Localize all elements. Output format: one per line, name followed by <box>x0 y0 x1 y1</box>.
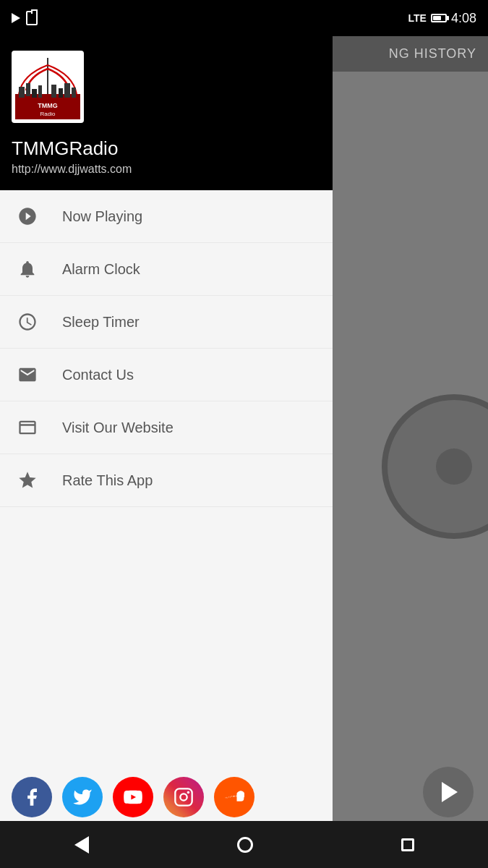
browser-icon <box>14 414 40 441</box>
svg-text:TMMG: TMMG <box>38 102 58 109</box>
disc-circle <box>382 394 489 539</box>
now-playing-label: Now Playing <box>62 208 142 225</box>
logo-svg: TMMG Radio <box>15 54 80 119</box>
facebook-button[interactable] <box>12 777 52 817</box>
right-content <box>333 72 488 832</box>
svg-point-16 <box>187 791 190 794</box>
play-button[interactable] <box>423 767 474 817</box>
back-button[interactable] <box>74 836 89 854</box>
rate-app-label: Rate This App <box>62 472 153 489</box>
home-button[interactable] <box>237 837 253 853</box>
svg-rect-10 <box>72 88 76 98</box>
menu-item-rate-app[interactable]: Rate This App <box>0 454 333 507</box>
menu-item-now-playing[interactable]: Now Playing <box>0 190 333 243</box>
twitter-button[interactable] <box>62 777 103 817</box>
status-right: LTE 4:08 <box>408 11 476 26</box>
bottom-nav <box>0 821 488 868</box>
drawer-header-top: TMMG Radio <box>12 51 321 123</box>
envelope-icon <box>14 362 40 388</box>
svg-rect-14 <box>175 788 192 805</box>
svg-rect-5 <box>32 89 37 98</box>
sd-card-icon <box>26 11 38 25</box>
soundcloud-button[interactable] <box>214 777 254 817</box>
battery-fill <box>433 16 441 20</box>
clock-icon <box>14 309 40 335</box>
right-panel-top: NG HISTORY <box>333 36 488 72</box>
play-circle-icon <box>14 203 40 229</box>
svg-rect-7 <box>51 85 56 98</box>
time-display: 4:08 <box>451 11 476 26</box>
svg-rect-4 <box>26 83 30 96</box>
battery-icon <box>431 14 447 22</box>
lte-label: LTE <box>408 12 427 24</box>
media-play-status-icon <box>12 13 20 23</box>
contact-us-label: Contact Us <box>62 367 134 383</box>
menu-item-alarm-clock[interactable]: Alarm Clock <box>0 243 333 296</box>
app-name: TMMGRadio <box>12 137 321 160</box>
ng-history-label: NG HISTORY <box>389 46 476 61</box>
play-triangle-icon <box>442 782 458 802</box>
svg-rect-3 <box>19 87 25 98</box>
menu-item-contact-us[interactable]: Contact Us <box>0 349 333 401</box>
drawer-header: TMMG Radio TMMGRadio http://www.djjwatts… <box>0 36 333 190</box>
youtube-button[interactable] <box>113 777 153 817</box>
menu-list: Now Playing Alarm Clock Sleep Time <box>0 190 333 762</box>
menu-item-visit-website[interactable]: Visit Our Website <box>0 401 333 454</box>
facebook-icon <box>22 787 42 807</box>
svg-rect-9 <box>64 83 70 98</box>
svg-rect-6 <box>38 85 42 98</box>
status-left <box>12 11 38 25</box>
status-bar: LTE 4:08 <box>0 0 488 36</box>
app-logo: TMMG Radio <box>12 51 84 123</box>
sleep-timer-label: Sleep Timer <box>62 314 140 331</box>
alarm-clock-label: Alarm Clock <box>62 261 140 278</box>
youtube-icon <box>123 787 143 807</box>
recents-button[interactable] <box>401 838 414 851</box>
soundcloud-icon <box>224 787 244 807</box>
disc-inner <box>436 448 472 485</box>
instagram-button[interactable] <box>163 777 204 817</box>
right-panel: NG HISTORY <box>333 36 488 832</box>
visit-website-label: Visit Our Website <box>62 420 174 436</box>
app-url: http://www.djjwatts.com <box>12 163 321 176</box>
instagram-icon <box>174 787 194 807</box>
menu-item-sleep-timer[interactable]: Sleep Timer <box>0 296 333 349</box>
star-icon <box>14 467 40 493</box>
svg-point-15 <box>180 793 187 800</box>
main-layout: TMMG Radio TMMGRadio http://www.djjwatts… <box>0 36 488 832</box>
svg-text:Radio: Radio <box>40 111 56 117</box>
bell-icon <box>14 256 40 282</box>
svg-rect-8 <box>59 88 63 98</box>
twitter-icon <box>72 787 93 807</box>
drawer: TMMG Radio TMMGRadio http://www.djjwatts… <box>0 36 333 832</box>
